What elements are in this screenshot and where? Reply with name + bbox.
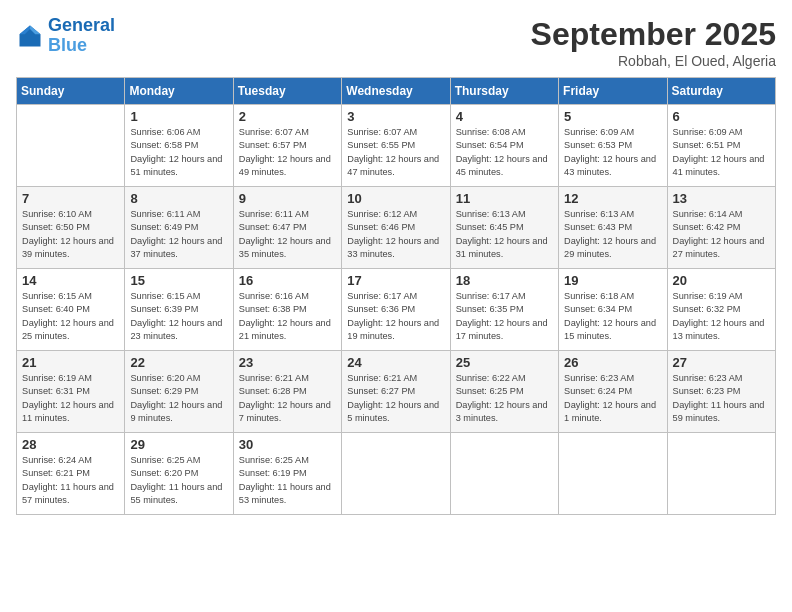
day-info: Sunrise: 6:23 AMSunset: 6:24 PMDaylight:… [564,372,661,425]
day-cell: 9Sunrise: 6:11 AMSunset: 6:47 PMDaylight… [233,187,341,269]
logo-icon [16,22,44,50]
day-info: Sunrise: 6:07 AMSunset: 6:57 PMDaylight:… [239,126,336,179]
day-number: 10 [347,191,444,206]
day-info: Sunrise: 6:17 AMSunset: 6:36 PMDaylight:… [347,290,444,343]
day-cell [667,433,775,515]
day-info: Sunrise: 6:15 AMSunset: 6:39 PMDaylight:… [130,290,227,343]
day-cell: 3Sunrise: 6:07 AMSunset: 6:55 PMDaylight… [342,105,450,187]
day-number: 25 [456,355,553,370]
col-header-monday: Monday [125,78,233,105]
day-cell [17,105,125,187]
logo-text: General Blue [48,16,115,56]
day-number: 27 [673,355,770,370]
day-cell: 20Sunrise: 6:19 AMSunset: 6:32 PMDayligh… [667,269,775,351]
calendar-table: SundayMondayTuesdayWednesdayThursdayFrid… [16,77,776,515]
month-title: September 2025 [531,16,776,53]
col-header-thursday: Thursday [450,78,558,105]
day-cell: 5Sunrise: 6:09 AMSunset: 6:53 PMDaylight… [559,105,667,187]
day-cell: 1Sunrise: 6:06 AMSunset: 6:58 PMDaylight… [125,105,233,187]
day-info: Sunrise: 6:19 AMSunset: 6:32 PMDaylight:… [673,290,770,343]
day-number: 5 [564,109,661,124]
day-cell: 29Sunrise: 6:25 AMSunset: 6:20 PMDayligh… [125,433,233,515]
day-cell: 24Sunrise: 6:21 AMSunset: 6:27 PMDayligh… [342,351,450,433]
day-number: 30 [239,437,336,452]
day-cell: 27Sunrise: 6:23 AMSunset: 6:23 PMDayligh… [667,351,775,433]
day-number: 26 [564,355,661,370]
logo: General Blue [16,16,115,56]
day-number: 15 [130,273,227,288]
day-cell: 8Sunrise: 6:11 AMSunset: 6:49 PMDaylight… [125,187,233,269]
day-number: 14 [22,273,119,288]
day-cell: 12Sunrise: 6:13 AMSunset: 6:43 PMDayligh… [559,187,667,269]
day-cell: 16Sunrise: 6:16 AMSunset: 6:38 PMDayligh… [233,269,341,351]
day-cell [559,433,667,515]
day-number: 21 [22,355,119,370]
day-number: 22 [130,355,227,370]
day-info: Sunrise: 6:08 AMSunset: 6:54 PMDaylight:… [456,126,553,179]
title-block: September 2025 Robbah, El Oued, Algeria [531,16,776,69]
col-header-tuesday: Tuesday [233,78,341,105]
day-cell [342,433,450,515]
day-number: 9 [239,191,336,206]
day-cell: 14Sunrise: 6:15 AMSunset: 6:40 PMDayligh… [17,269,125,351]
day-info: Sunrise: 6:09 AMSunset: 6:53 PMDaylight:… [564,126,661,179]
day-number: 16 [239,273,336,288]
day-info: Sunrise: 6:21 AMSunset: 6:28 PMDaylight:… [239,372,336,425]
day-number: 24 [347,355,444,370]
day-info: Sunrise: 6:17 AMSunset: 6:35 PMDaylight:… [456,290,553,343]
day-cell: 10Sunrise: 6:12 AMSunset: 6:46 PMDayligh… [342,187,450,269]
day-info: Sunrise: 6:10 AMSunset: 6:50 PMDaylight:… [22,208,119,261]
day-cell: 6Sunrise: 6:09 AMSunset: 6:51 PMDaylight… [667,105,775,187]
day-info: Sunrise: 6:13 AMSunset: 6:43 PMDaylight:… [564,208,661,261]
day-number: 18 [456,273,553,288]
day-cell: 25Sunrise: 6:22 AMSunset: 6:25 PMDayligh… [450,351,558,433]
day-cell: 30Sunrise: 6:25 AMSunset: 6:19 PMDayligh… [233,433,341,515]
col-header-saturday: Saturday [667,78,775,105]
day-cell: 18Sunrise: 6:17 AMSunset: 6:35 PMDayligh… [450,269,558,351]
day-cell: 23Sunrise: 6:21 AMSunset: 6:28 PMDayligh… [233,351,341,433]
calendar-header-row: SundayMondayTuesdayWednesdayThursdayFrid… [17,78,776,105]
day-info: Sunrise: 6:19 AMSunset: 6:31 PMDaylight:… [22,372,119,425]
day-cell: 13Sunrise: 6:14 AMSunset: 6:42 PMDayligh… [667,187,775,269]
day-cell: 17Sunrise: 6:17 AMSunset: 6:36 PMDayligh… [342,269,450,351]
day-cell: 15Sunrise: 6:15 AMSunset: 6:39 PMDayligh… [125,269,233,351]
day-number: 20 [673,273,770,288]
day-cell: 4Sunrise: 6:08 AMSunset: 6:54 PMDaylight… [450,105,558,187]
day-info: Sunrise: 6:22 AMSunset: 6:25 PMDaylight:… [456,372,553,425]
day-number: 7 [22,191,119,206]
day-info: Sunrise: 6:09 AMSunset: 6:51 PMDaylight:… [673,126,770,179]
col-header-sunday: Sunday [17,78,125,105]
day-cell: 2Sunrise: 6:07 AMSunset: 6:57 PMDaylight… [233,105,341,187]
day-number: 17 [347,273,444,288]
week-row-2: 7Sunrise: 6:10 AMSunset: 6:50 PMDaylight… [17,187,776,269]
day-info: Sunrise: 6:25 AMSunset: 6:20 PMDaylight:… [130,454,227,507]
day-cell: 11Sunrise: 6:13 AMSunset: 6:45 PMDayligh… [450,187,558,269]
day-info: Sunrise: 6:06 AMSunset: 6:58 PMDaylight:… [130,126,227,179]
day-info: Sunrise: 6:16 AMSunset: 6:38 PMDaylight:… [239,290,336,343]
week-row-4: 21Sunrise: 6:19 AMSunset: 6:31 PMDayligh… [17,351,776,433]
day-cell: 21Sunrise: 6:19 AMSunset: 6:31 PMDayligh… [17,351,125,433]
day-cell: 7Sunrise: 6:10 AMSunset: 6:50 PMDaylight… [17,187,125,269]
day-info: Sunrise: 6:24 AMSunset: 6:21 PMDaylight:… [22,454,119,507]
day-number: 12 [564,191,661,206]
day-info: Sunrise: 6:18 AMSunset: 6:34 PMDaylight:… [564,290,661,343]
day-number: 4 [456,109,553,124]
day-number: 8 [130,191,227,206]
col-header-friday: Friday [559,78,667,105]
day-info: Sunrise: 6:12 AMSunset: 6:46 PMDaylight:… [347,208,444,261]
day-cell [450,433,558,515]
day-number: 3 [347,109,444,124]
week-row-1: 1Sunrise: 6:06 AMSunset: 6:58 PMDaylight… [17,105,776,187]
day-info: Sunrise: 6:11 AMSunset: 6:47 PMDaylight:… [239,208,336,261]
day-number: 11 [456,191,553,206]
day-cell: 26Sunrise: 6:23 AMSunset: 6:24 PMDayligh… [559,351,667,433]
week-row-5: 28Sunrise: 6:24 AMSunset: 6:21 PMDayligh… [17,433,776,515]
day-info: Sunrise: 6:20 AMSunset: 6:29 PMDaylight:… [130,372,227,425]
day-cell: 22Sunrise: 6:20 AMSunset: 6:29 PMDayligh… [125,351,233,433]
day-number: 23 [239,355,336,370]
day-info: Sunrise: 6:23 AMSunset: 6:23 PMDaylight:… [673,372,770,425]
day-info: Sunrise: 6:14 AMSunset: 6:42 PMDaylight:… [673,208,770,261]
day-info: Sunrise: 6:07 AMSunset: 6:55 PMDaylight:… [347,126,444,179]
week-row-3: 14Sunrise: 6:15 AMSunset: 6:40 PMDayligh… [17,269,776,351]
day-cell: 19Sunrise: 6:18 AMSunset: 6:34 PMDayligh… [559,269,667,351]
